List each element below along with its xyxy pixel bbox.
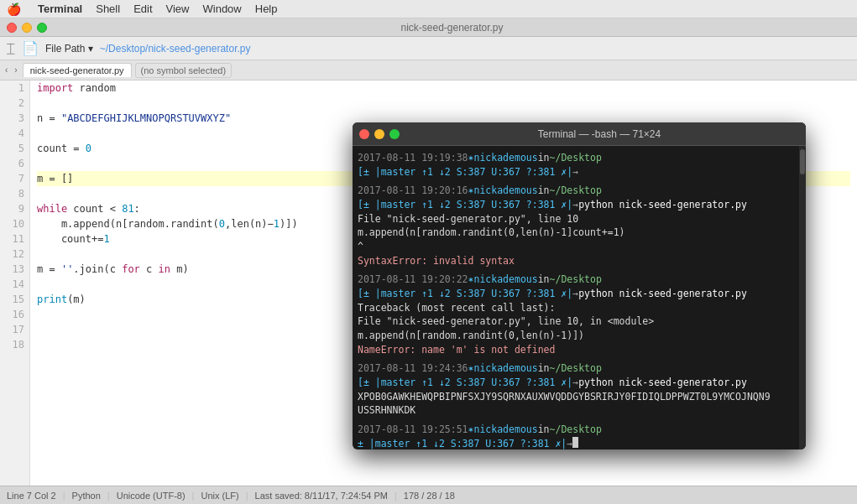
status-line-col: Line 7 Col 2 bbox=[7, 491, 56, 501]
menu-item-help[interactable]: Help bbox=[255, 3, 278, 15]
menu-item-edit[interactable]: Edit bbox=[133, 3, 152, 15]
terminal-title-bar: Terminal — -bash — 71×24 bbox=[353, 122, 806, 146]
app-name: Terminal bbox=[38, 3, 82, 15]
terminal-maximize-button[interactable] bbox=[389, 129, 400, 139]
line-num-6: 6 bbox=[5, 156, 24, 171]
line-num-13: 13 bbox=[5, 262, 24, 277]
line-num-16: 16 bbox=[5, 307, 24, 322]
line-num-15: 15 bbox=[5, 292, 24, 307]
editor-title: nick-seed-generator.py bbox=[54, 22, 850, 34]
line-num-4: 4 bbox=[5, 126, 24, 141]
terminal-block-1: 2017-08-11 19:19:38 ✶ nickademous in ~/D… bbox=[358, 151, 796, 179]
maximize-button[interactable] bbox=[37, 23, 47, 33]
menu-item-window[interactable]: Window bbox=[203, 3, 242, 15]
status-last-saved: Last saved: 8/11/17, 7:24:54 PM bbox=[255, 491, 388, 501]
line-num-17: 17 bbox=[5, 322, 24, 337]
menu-bar: 🍎 Terminal Shell Edit View Window Help bbox=[0, 0, 857, 18]
term-ts-1: 2017-08-11 19:19:38 bbox=[358, 151, 468, 165]
line-num-3: 3 bbox=[5, 111, 24, 126]
line-num-12: 12 bbox=[5, 247, 24, 262]
editor-area: 1 2 3 4 5 6 7 8 9 10 11 12 13 14 15 16 1… bbox=[0, 81, 857, 486]
terminal-block-2: 2017-08-11 19:20:16 ✶ nickademous in ~/D… bbox=[358, 184, 796, 268]
terminal-block-3: 2017-08-11 19:20:22 ✶ nickademous in ~/D… bbox=[358, 273, 796, 356]
toolbar: ⌶ 📄 File Path ▾ ~/Desktop/nick-seed-gene… bbox=[0, 37, 857, 60]
menu-item-shell[interactable]: Shell bbox=[96, 3, 120, 15]
line-numbers: 1 2 3 4 5 6 7 8 9 10 11 12 13 14 15 16 1… bbox=[0, 81, 30, 486]
page-icon: 📄 bbox=[22, 40, 39, 56]
tab-bar: ‹ › nick-seed-generator.py (no symbol se… bbox=[0, 60, 857, 81]
apple-logo-icon: 🍎 bbox=[7, 3, 21, 16]
menu-item-view[interactable]: View bbox=[166, 3, 190, 15]
editor-title-bar: nick-seed-generator.py bbox=[0, 18, 857, 37]
terminal-controls bbox=[359, 129, 400, 139]
status-language[interactable]: Python bbox=[72, 491, 101, 501]
line-num-18: 18 bbox=[5, 337, 24, 352]
line-num-9: 9 bbox=[5, 201, 24, 216]
file-path-label[interactable]: File Path ▾ bbox=[45, 43, 93, 55]
file-path-value: ~/Desktop/nick-seed-generator.py bbox=[100, 43, 251, 55]
terminal-block-5: 2017-08-11 19:25:51 ✶ nickademous in ~/D… bbox=[358, 423, 796, 449]
terminal-block-4: 2017-08-11 19:24:36 ✶ nickademous in ~/D… bbox=[358, 361, 796, 418]
tab-prev-button[interactable]: ‹ bbox=[3, 65, 9, 75]
code-line-1: import random bbox=[37, 81, 850, 96]
status-encoding[interactable]: Unicode (UTF-8) bbox=[117, 491, 186, 501]
line-num-1: 1 bbox=[5, 81, 24, 96]
status-bar: Line 7 Col 2 | Python | Unicode (UTF-8) … bbox=[0, 486, 857, 504]
status-stats: 178 / 28 / 18 bbox=[404, 491, 455, 501]
line-num-14: 14 bbox=[5, 277, 24, 292]
symbol-selector[interactable]: (no symbol selected) bbox=[135, 63, 233, 78]
terminal-title: Terminal — -bash — 71×24 bbox=[400, 128, 799, 140]
terminal-scroll-thumb[interactable] bbox=[800, 149, 805, 174]
line-num-2: 2 bbox=[5, 96, 24, 111]
minimize-button[interactable] bbox=[22, 23, 32, 33]
terminal-close-button[interactable] bbox=[359, 129, 369, 139]
window-controls bbox=[7, 23, 47, 33]
terminal-scrollbar[interactable] bbox=[799, 146, 806, 449]
line-num-8: 8 bbox=[5, 186, 24, 201]
line-num-5: 5 bbox=[5, 141, 24, 156]
active-tab[interactable]: nick-seed-generator.py bbox=[23, 63, 132, 77]
line-num-7: 7 bbox=[5, 171, 24, 186]
tab-next-button[interactable]: › bbox=[13, 65, 18, 75]
status-line-ending[interactable]: Unix (LF) bbox=[201, 491, 238, 501]
line-num-11: 11 bbox=[5, 231, 24, 247]
cursor-icon: ⌶ bbox=[7, 41, 15, 56]
terminal-cursor bbox=[572, 437, 578, 448]
terminal-content[interactable]: 2017-08-11 19:19:38 ✶ nickademous in ~/D… bbox=[353, 146, 806, 449]
terminal-window: Terminal — -bash — 71×24 2017-08-11 19:1… bbox=[353, 122, 806, 449]
code-line-2 bbox=[37, 96, 850, 111]
terminal-minimize-button[interactable] bbox=[374, 129, 384, 139]
line-num-10: 10 bbox=[5, 216, 24, 231]
editor-window: nick-seed-generator.py ⌶ 📄 File Path ▾ ~… bbox=[0, 18, 857, 504]
close-button[interactable] bbox=[7, 23, 17, 33]
